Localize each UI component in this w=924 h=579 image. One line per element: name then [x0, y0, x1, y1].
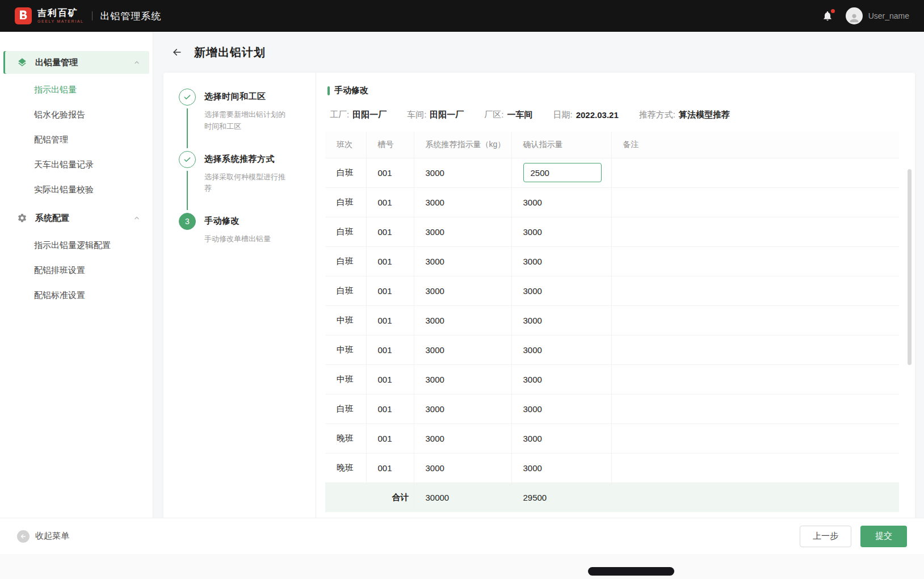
sidebar-item[interactable]: 指示出铝量逻辑配置 [0, 233, 153, 258]
cell-slot: 001 [366, 158, 414, 187]
info-label: 工厂: [330, 110, 349, 120]
cell-confirmed: 3000 [511, 187, 611, 217]
table-row: 白班 001 3000 3000 [325, 276, 899, 305]
cell-slot: 001 [366, 276, 414, 305]
cell-slot: 001 [366, 335, 414, 364]
step-1-desc: 选择需要新增出铝计划的时间和工区 [204, 109, 289, 133]
table-header-cell: 备注 [611, 132, 899, 158]
total-remark [611, 482, 899, 512]
cell-shift: 中班 [325, 364, 366, 394]
confirmed-quantity-text: 3000 [523, 257, 542, 266]
sidebar-group-output-management: 出铝量管理 指示出铝量 铝水化验报告 配铝管理 天车出铝量记录 [0, 51, 153, 202]
info-item: 推荐方式: 算法模型推荐 [639, 110, 730, 120]
table-scrollbar[interactable] [908, 169, 912, 365]
cell-shift: 白班 [325, 246, 366, 276]
sidebar-item-label: 指示出铝量逻辑配置 [34, 240, 111, 251]
cell-recommended: 3000 [414, 335, 511, 364]
sidebar-group-label: 出铝量管理 [35, 57, 133, 68]
table-row: 白班 001 3000 3000 [325, 394, 899, 423]
info-label: 日期: [553, 110, 573, 120]
cell-remark [611, 335, 899, 364]
bottom-strip [0, 554, 924, 579]
sidebar-item[interactable]: 指示出铝量 [0, 77, 153, 102]
sidebar-item[interactable]: 实际出铝量校验 [0, 177, 153, 202]
sidebar-group-header-output[interactable]: 出铝量管理 [3, 51, 149, 74]
bottom-action-bar: 收起菜单 上一步 提交 [0, 518, 924, 554]
app-title: 出铝管理系统 [100, 10, 162, 23]
table-row: 中班 001 3000 3000 [325, 305, 899, 335]
cell-recommended: 3000 [414, 305, 511, 335]
chevron-up-icon [133, 215, 140, 221]
cell-remark [611, 453, 899, 482]
info-label: 厂区: [484, 110, 503, 120]
chevron-up-icon [133, 59, 140, 66]
plan-table: 班次槽号系统推荐指示量（kg）确认指示量备注 白班 001 3000 25 [325, 132, 899, 518]
collapse-arrow-icon [17, 530, 30, 543]
step-3: 3 手动修改 手动修改单槽出铝量 [178, 213, 310, 263]
table-row: 中班 001 3000 3000 [325, 335, 899, 364]
total-label: 合计 [325, 482, 414, 512]
sidebar-item[interactable]: 配铝排班设置 [0, 258, 153, 283]
sidebar-group-header-config[interactable]: 系统配置 [3, 207, 149, 229]
avatar[interactable] [846, 7, 863, 24]
info-value: 田阳一厂 [352, 110, 387, 120]
cell-slot: 001 [366, 305, 414, 335]
cell-remark [611, 187, 899, 217]
page-head: 新增出铝计划 [153, 32, 924, 73]
brand-subtitle: GEELY MATERIAL [37, 19, 84, 23]
layers-icon [17, 57, 27, 68]
cell-confirmed: 3000 [511, 364, 611, 394]
sidebar-group-items: 指示出铝量 铝水化验报告 配铝管理 天车出铝量记录 实际出铝量校验 [0, 77, 153, 202]
sidebar-item[interactable]: 配铝标准设置 [0, 283, 153, 308]
submit-button[interactable]: 提交 [860, 526, 907, 547]
cell-recommended: 3000 [414, 453, 511, 482]
section-head: 手动修改 [325, 85, 899, 96]
sidebar-item[interactable]: 天车出铝量记录 [0, 152, 153, 177]
steps: 选择时间和工区 选择需要新增出铝计划的时间和工区 选择系统推荐方式 选择采取何种… [163, 73, 316, 518]
sidebar-item-label: 天车出铝量记录 [34, 160, 94, 170]
step-connector [187, 108, 188, 148]
cell-recommended: 3000 [414, 158, 511, 187]
sidebar-item[interactable]: 配铝管理 [0, 127, 153, 152]
confirmed-quantity-input[interactable] [523, 163, 602, 182]
sidebar-group-label: 系统配置 [35, 213, 133, 224]
step-2-desc: 选择采取何种模型进行推荐 [204, 171, 289, 195]
previous-step-button[interactable]: 上一步 [800, 526, 851, 547]
confirmed-quantity-text: 3000 [523, 198, 542, 207]
step-2-title: 选择系统推荐方式 [204, 154, 289, 165]
cell-shift: 白班 [325, 217, 366, 246]
sidebar-group-items: 指示出铝量逻辑配置 配铝排班设置 配铝标准设置 [0, 233, 153, 308]
step-3-number-badge: 3 [179, 213, 196, 230]
cell-slot: 001 [366, 394, 414, 423]
plan-info-row: 工厂: 田阳一厂 车间: 田阳一厂 厂区: 一车间 日期: [330, 110, 899, 120]
cell-recommended: 3000 [414, 423, 511, 453]
notification-bell-icon[interactable] [822, 10, 833, 22]
cell-confirmed: 3000 [511, 276, 611, 305]
sidebar-item-label: 铝水化验报告 [34, 110, 85, 120]
step-1-title: 选择时间和工区 [204, 91, 289, 102]
cell-confirmed: 3000 [511, 453, 611, 482]
cell-remark [611, 423, 899, 453]
table-row: 晚班 001 3000 3000 [325, 453, 899, 482]
table-row: 晚班 001 3000 3000 [325, 423, 899, 453]
cell-remark [611, 305, 899, 335]
cell-recommended: 3000 [414, 364, 511, 394]
cell-slot: 001 [366, 423, 414, 453]
collapse-menu-button[interactable]: 收起菜单 [17, 530, 69, 543]
sidebar-item[interactable]: 铝水化验报告 [0, 102, 153, 127]
info-value: 算法模型推荐 [679, 110, 730, 120]
sidebar-item-label: 配铝管理 [34, 135, 68, 145]
total-confirmed: 29500 [511, 482, 611, 512]
confirmed-quantity-text: 3000 [523, 286, 542, 296]
sidebar: 出铝量管理 指示出铝量 铝水化验报告 配铝管理 天车出铝量记录 [0, 32, 153, 518]
cell-remark [611, 364, 899, 394]
confirmed-quantity-text: 3000 [523, 434, 542, 443]
cell-confirmed: 3000 [511, 394, 611, 423]
back-arrow-icon[interactable] [171, 47, 183, 58]
confirmed-quantity-text: 3000 [523, 463, 542, 473]
brand-logo-icon [15, 7, 32, 24]
brand-name: 吉利百矿 [37, 9, 84, 18]
cell-shift: 白班 [325, 158, 366, 187]
page-title: 新增出铝计划 [194, 45, 266, 60]
sidebar-item-label: 指示出铝量 [34, 85, 77, 95]
